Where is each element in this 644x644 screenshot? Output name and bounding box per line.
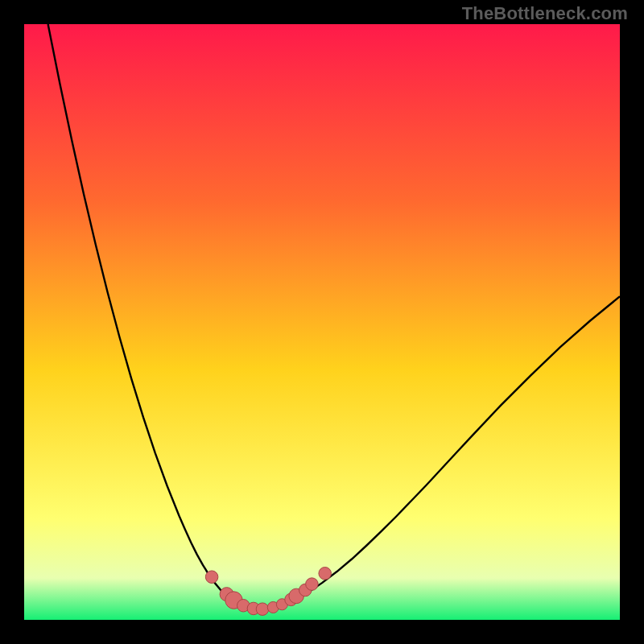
gradient-background: [24, 24, 620, 620]
chart-svg: [24, 24, 620, 620]
outer-frame: TheBottleneck.com: [0, 0, 644, 644]
marker-point: [319, 568, 332, 580]
plot-area: [24, 24, 620, 620]
marker-point: [306, 578, 319, 591]
marker-point: [256, 603, 269, 616]
marker-point: [205, 571, 218, 584]
watermark-text: TheBottleneck.com: [462, 3, 628, 24]
